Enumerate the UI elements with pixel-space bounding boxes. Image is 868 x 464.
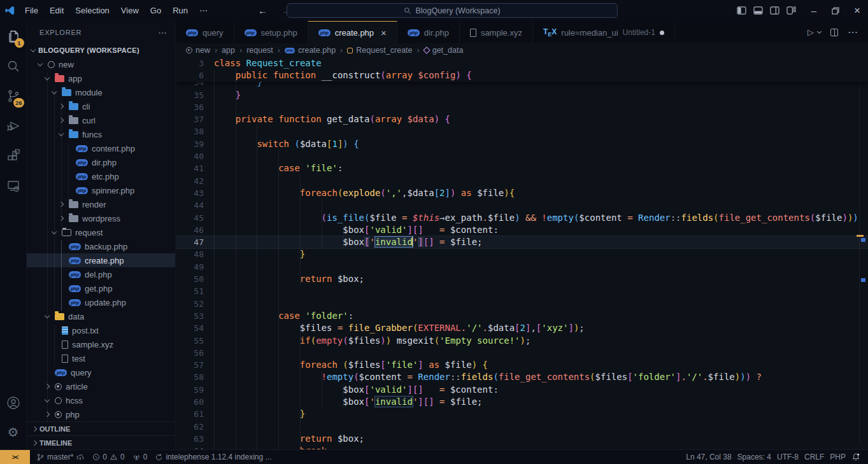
tree-item-content.php[interactable]: phpcontent.php: [27, 141, 175, 155]
code-line-61[interactable]: 61 }: [176, 408, 868, 420]
tree-item-article[interactable]: article: [27, 379, 175, 393]
code-line-40[interactable]: 40: [176, 150, 868, 162]
tree-item-wordpress[interactable]: wordpress: [27, 211, 175, 225]
tree-item-sample.xyz[interactable]: sample.xyz: [27, 337, 175, 351]
code-line-50[interactable]: 50 return $box;: [176, 273, 868, 285]
code-line-42[interactable]: 42: [176, 175, 868, 187]
tree-item-request[interactable]: request: [27, 225, 175, 239]
menu-file[interactable]: File: [19, 6, 44, 15]
ports-item[interactable]: 0: [129, 453, 152, 461]
menu-go[interactable]: Go: [145, 6, 167, 15]
code-line-44[interactable]: 44: [176, 199, 868, 211]
tree-item-backup.php[interactable]: phpbackup.php: [27, 239, 175, 253]
back-arrow-icon[interactable]: ←: [258, 5, 267, 16]
command-center-search[interactable]: BlogQuery (Workspace): [287, 3, 618, 18]
code-line-46[interactable]: 46 $box['valid'][] = $content:: [176, 224, 868, 236]
code-line-6[interactable]: 6 public function __construct(array $con…: [176, 69, 868, 81]
language-mode[interactable]: PHP: [830, 453, 846, 461]
tree-item-del.php[interactable]: phpdel.php: [27, 267, 175, 281]
code-line-56[interactable]: 56: [176, 347, 868, 359]
code-line-3[interactable]: 3class Request_create: [176, 57, 868, 69]
code-line-45[interactable]: 45 (is_file($file = $this→ex_path.$file)…: [176, 212, 868, 224]
cursor-position[interactable]: Ln 47, Col 38: [686, 453, 731, 461]
code-line-59[interactable]: 59 $box['valid'][] = $content:: [176, 384, 868, 396]
breadcrumb-create.php[interactable]: phpcreate.php: [285, 46, 336, 55]
tree-item-create.php[interactable]: phpcreate.php: [27, 253, 175, 267]
sidebar-more-icon[interactable]: ⋯: [158, 27, 167, 38]
breadcrumb-new[interactable]: new: [186, 46, 210, 55]
code-line-48[interactable]: 48 }: [176, 248, 868, 260]
code-line-34[interactable]: 34 }: [176, 82, 868, 89]
code-line-63[interactable]: 63 return $box;: [176, 433, 868, 445]
code-line-38[interactable]: 38: [176, 125, 868, 137]
code-line-47[interactable]: 47 $box['invalid'][] = $file;: [176, 236, 868, 248]
tree-item-update.php[interactable]: phpupdate.php: [27, 295, 175, 309]
workspace-root[interactable]: BLOGQUERY (WORKSPACE): [27, 43, 175, 57]
tree-item-dir.php[interactable]: phpdir.php: [27, 155, 175, 169]
close-window-button[interactable]: ×: [846, 0, 868, 21]
explorer-icon[interactable]: 1: [0, 21, 27, 51]
menu-[interactable]: ⋯: [194, 6, 213, 15]
tree-item-module[interactable]: module: [27, 85, 175, 99]
code-line-57[interactable]: 57 foreach ($files['file'] as $file) {: [176, 359, 868, 371]
indentation[interactable]: Spaces: 4: [737, 453, 771, 461]
problems-item[interactable]: 0 0: [89, 453, 128, 461]
eol-sequence[interactable]: CRLF: [804, 453, 824, 461]
tree-item-post.txt[interactable]: post.txt: [27, 323, 175, 337]
more-actions-icon[interactable]: ⋯: [848, 26, 858, 38]
git-branch-item[interactable]: master*: [32, 453, 89, 462]
code-line-52[interactable]: 52: [176, 298, 868, 310]
tree-item-funcs[interactable]: funcs: [27, 127, 175, 141]
account-icon[interactable]: [0, 388, 27, 418]
tree-item-hcss[interactable]: hcss: [27, 393, 175, 407]
tree-item-spinner.php[interactable]: phpspinner.php: [27, 183, 175, 197]
notifications-bell-icon[interactable]: [851, 453, 860, 461]
code-line-58[interactable]: 58 !empty($content = Render::fields(file…: [176, 371, 868, 383]
minimize-button[interactable]: –: [803, 0, 825, 21]
code-line-39[interactable]: 39 switch ($data[1]) {: [176, 138, 868, 150]
toggle-secondary-sidebar-icon[interactable]: [770, 6, 779, 15]
code-line-37[interactable]: 37 private function get_data(array $data…: [176, 113, 868, 125]
code-line-41[interactable]: 41 case 'file':: [176, 162, 868, 174]
outline-section[interactable]: OUTLINE: [27, 421, 175, 435]
run-button[interactable]: ▷: [808, 27, 821, 37]
code-line-36[interactable]: 36: [176, 101, 868, 113]
run-debug-icon[interactable]: [0, 111, 27, 141]
settings-gear-icon[interactable]: ⚙: [0, 418, 27, 447]
tree-item-query[interactable]: phpquery: [27, 365, 175, 379]
menu-selection[interactable]: Selection: [69, 6, 115, 15]
breadcrumb-request[interactable]: request: [246, 46, 273, 55]
tree-item-render[interactable]: render: [27, 197, 175, 211]
intelephense-item[interactable]: intelephense 1.12.4 indexing ...: [151, 453, 275, 461]
tree-item-etc.php[interactable]: phpetc.php: [27, 169, 175, 183]
breadcrumb-app[interactable]: app: [222, 46, 235, 55]
customize-layout-icon[interactable]: [786, 6, 796, 15]
tree-item-curl[interactable]: curl: [27, 113, 175, 127]
menu-view[interactable]: View: [115, 6, 145, 15]
tree-item-cli[interactable]: cli: [27, 99, 175, 113]
split-editor-icon[interactable]: [830, 29, 838, 36]
remote-explorer-icon[interactable]: [0, 171, 27, 200]
code-line-35[interactable]: 35 }: [176, 89, 868, 101]
menu-edit[interactable]: Edit: [44, 6, 69, 15]
code-line-62[interactable]: 62: [176, 421, 868, 433]
code-line-64[interactable]: 64 break;: [176, 445, 868, 449]
encoding[interactable]: UTF-8: [777, 453, 799, 461]
breadcrumb-get_data[interactable]: get_data: [424, 46, 464, 55]
restore-button[interactable]: [825, 0, 846, 21]
code-line-54[interactable]: 54 $files = file_Grabber(EXTERNAL.'/'.$d…: [176, 322, 868, 334]
tree-item-test[interactable]: test: [27, 351, 175, 365]
tree-item-app[interactable]: app: [27, 71, 175, 85]
tree-item-php[interactable]: php: [27, 407, 175, 421]
toggle-sidebar-icon[interactable]: [737, 6, 746, 15]
tree-item-get.php[interactable]: phpget.php: [27, 281, 175, 295]
remote-indicator[interactable]: ><: [0, 450, 30, 464]
code-area[interactable]: 34 }35 }3637 private function get_data(a…: [176, 82, 868, 449]
toggle-panel-icon[interactable]: [753, 6, 763, 15]
breadcrumb-Request_create[interactable]: Request_create: [347, 46, 412, 55]
tree-item-new[interactable]: new: [27, 57, 175, 71]
code-line-53[interactable]: 53 case 'folder':: [176, 310, 868, 322]
code-line-60[interactable]: 60 $box['invalid'][] = $file;: [176, 396, 868, 408]
tab-query[interactable]: phpquery: [176, 21, 234, 43]
menu-run[interactable]: Run: [167, 6, 194, 15]
